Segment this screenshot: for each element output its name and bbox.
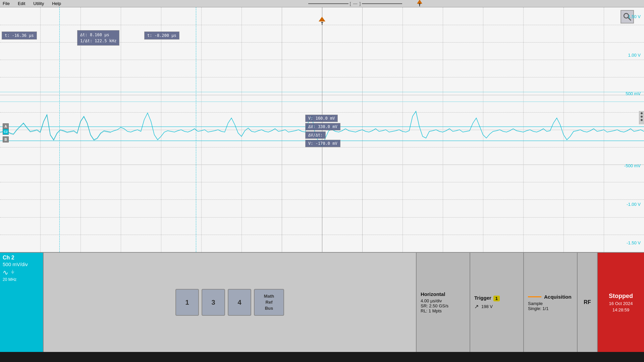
voltage-label-2: 1.00 V [624,53,641,58]
voltage-labels: 1.50 V 1.00 V 500 mV -500 mV -1.00 V -1.… [624,7,641,252]
cursor2-readout: t: -8.200 µs [144,32,179,40]
cursor-v1-line[interactable] [0,92,644,92]
right-dots-menu[interactable] [639,111,644,124]
ch2-bandwidth: 20 MHz [3,277,40,282]
acquisition-header: Acquisition [528,294,573,301]
stopped-time: 14:28:59 [612,307,630,312]
trigger-number: 1 [493,296,500,301]
menubar: File Edit Utility Help [ — ] T [0,0,644,7]
menu-help[interactable]: Help [52,1,61,6]
horizontal-panel: Horizontal 4.00 µs/div SR: 2.50 GS/s RL:… [416,253,470,352]
trigger-panel: Trigger 1 ↗ 198 V [470,253,523,352]
ch2-title: Ch 2 [3,255,40,261]
stopped-date: 16 Oct 2024 [609,301,633,306]
acquisition-title: Acquisition [544,294,572,300]
ch-label-B: B [3,136,9,142]
horizontal-title: Horizontal [421,291,466,297]
cursor1-readout: t: -16.36 µs [2,32,37,40]
voltage-label-7: -1.50 V [624,240,641,245]
cursor-v2-line[interactable] [0,102,644,102]
cursor-dv-readout: ∆V: 330.0 mV [305,123,340,130]
cursor-delta-readout: ∆t: 8.160 µs 1/∆t: 122.5 kHz [77,30,119,46]
trigger-arrow-symbol: ↗ [474,303,479,310]
horizontal-time-div: 4.00 µs/div [421,298,466,303]
acquisition-mode: Sample [528,301,573,306]
cursor-v1-readout: V: 160.0 mV [305,115,338,122]
menu-edit[interactable]: Edit [18,1,25,6]
acquisition-ratio: Single: 1/1 [528,306,573,311]
cursor-v2-readout: V: -170.0 mV [305,140,340,147]
dot-1 [641,112,643,114]
cursor-2-line[interactable] [196,7,196,252]
menu-file[interactable]: File [3,1,10,6]
ch1-button[interactable]: 1 [175,289,199,316]
horizontal-sample-rate: SR: 2.50 GS/s [421,303,466,308]
channel-buttons-area: 1 3 4 Math Ref Bus [44,253,416,352]
voltage-label-5: -500 mV [624,163,641,168]
trigger-title: Trigger [474,295,491,301]
dot-2 [641,116,643,118]
status-bar: Ch 2 500 mV/div ∿ ⏚ 20 MHz 1 3 4 Math Re… [0,252,644,352]
stopped-panel: Stopped 16 Oct 2024 14:28:59 [597,253,644,352]
voltage-label-6: -1.00 V [624,202,641,207]
acquisition-panel: Acquisition Sample Single: 1/1 [523,253,577,352]
cursor-dvdt-readout: ∆V/∆t: [305,131,326,139]
math-ref-bus-button[interactable]: Math Ref Bus [254,289,284,316]
orange-line [528,296,541,297]
scope-display: t: -16.36 µs ∆t: 8.160 µs 1/∆t: 122.5 kH… [0,7,644,252]
menu-utility[interactable]: Utility [33,1,44,6]
horizontal-record-length: RL: 1 Mpts [421,308,466,313]
voltage-label-1: 1.50 V [624,14,641,19]
rf-button[interactable]: RF [577,253,597,352]
ch2-coupling: ∿ ⏚ [3,268,40,277]
trigger-position-marker: T [319,17,325,25]
ch-label-C2: C2 [3,129,9,135]
ch4-button[interactable]: 4 [228,289,251,316]
cursor-1-line[interactable] [59,7,60,252]
voltage-label-3: 500 mV [624,91,641,96]
ch3-button[interactable]: 3 [202,289,225,316]
stopped-label: Stopped [609,293,633,300]
ch2-scale: 500 mV/div [3,261,40,267]
trigger-level: 198 V [481,304,493,309]
ch2-info-panel: Ch 2 500 mV/div ∿ ⏚ 20 MHz [0,253,44,352]
dot-3 [641,119,643,121]
